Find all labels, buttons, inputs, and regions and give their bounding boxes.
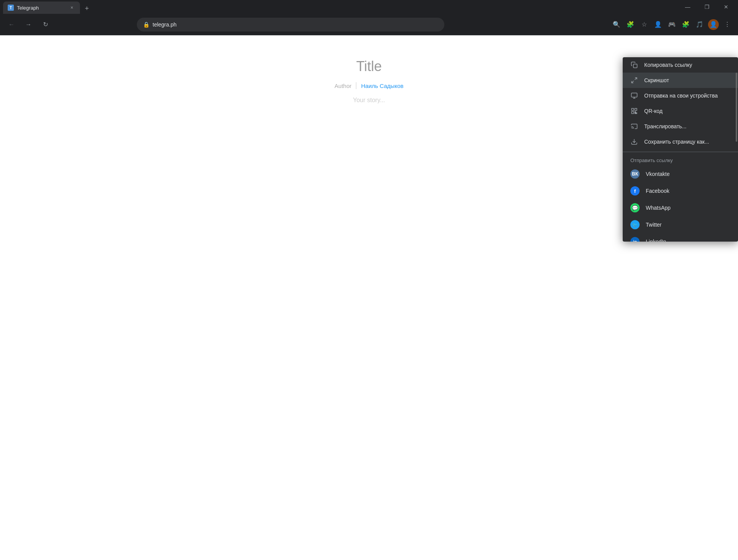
title-bar: T Telegraph × + — ❐ ✕ (0, 0, 738, 14)
menu-item-linkedin[interactable]: in LinkedIn (623, 233, 738, 242)
send-device-icon (630, 92, 638, 99)
menu-item-copy-link[interactable]: Копировать ссылку (623, 57, 738, 73)
send-link-section-label: Отправить ссылку (623, 154, 738, 166)
svg-rect-3 (632, 93, 637, 97)
facebook-label: Facebook (646, 188, 669, 194)
save-icon (630, 138, 638, 146)
facebook-icon: f (630, 186, 640, 196)
refresh-button[interactable]: ↻ (38, 18, 52, 31)
vkontakte-1-label: Vkontakte (646, 171, 670, 177)
qr-icon (630, 107, 638, 115)
story-placeholder: Your story... (353, 97, 385, 104)
screenshot-icon (630, 76, 638, 84)
save-label: Сохранить страницу как... (644, 139, 709, 145)
maximize-button[interactable]: ❐ (698, 0, 716, 14)
menu-item-cast[interactable]: Транслировать... (623, 119, 738, 134)
menu-item-save[interactable]: Сохранить страницу как... (623, 134, 738, 149)
svg-line-2 (632, 81, 633, 83)
svg-rect-6 (632, 108, 633, 110)
page-content: Title Author Наиль Садыков Your story...… (0, 35, 738, 560)
search-button[interactable]: 🔍 (610, 18, 623, 31)
menu-button[interactable]: ⋮ (721, 18, 733, 31)
svg-rect-7 (635, 108, 637, 110)
twitter-label: Twitter (646, 222, 662, 228)
menu-item-vkontakte-1[interactable]: ВК Vkontakte (623, 166, 738, 182)
address-bar[interactable]: 🔒 telegra.ph (137, 18, 444, 31)
linkedin-label: LinkedIn (646, 239, 666, 242)
article-title: Title (356, 58, 382, 75)
menu-item-qr[interactable]: QR-код (623, 103, 738, 119)
cast-icon (630, 123, 638, 130)
send-device-label: Отправка на свои устройства (644, 93, 718, 99)
menu-item-send-device[interactable]: Отправка на свои устройства (623, 88, 738, 103)
close-button[interactable]: ✕ (717, 0, 735, 14)
profile-icon-1[interactable]: 👤 (652, 18, 664, 31)
scrollbar[interactable] (736, 73, 737, 142)
new-tab-button[interactable]: + (81, 3, 92, 14)
profile-avatar[interactable]: 👤 (707, 18, 720, 31)
svg-rect-0 (633, 64, 637, 68)
svg-rect-8 (632, 112, 633, 114)
svg-rect-11 (635, 113, 636, 114)
author-divider (356, 82, 356, 89)
menu-item-screenshot[interactable]: Скриншот (623, 73, 738, 88)
back-button[interactable]: ← (5, 18, 18, 31)
profile-picture: 👤 (708, 19, 719, 30)
lock-icon: 🔒 (143, 22, 150, 28)
toolbar-icons: 🔍 🧩 ☆ 👤 🎮 🧩 🎵 👤 ⋮ (610, 18, 733, 31)
browser-window: T Telegraph × + — ❐ ✕ ← → ↻ (0, 0, 738, 560)
screenshot-label: Скриншот (644, 77, 669, 83)
copy-link-icon (630, 61, 638, 69)
twitter-icon: 🐦 (630, 220, 640, 229)
author-row: Author Наиль Садыков (334, 82, 403, 89)
svg-line-1 (635, 78, 637, 80)
menu-divider (623, 152, 738, 152)
cast-label: Транслировать... (644, 123, 686, 129)
forward-button[interactable]: → (22, 18, 35, 31)
vk-icon-1: ВК (630, 169, 640, 179)
url-text: telegra.ph (153, 22, 438, 28)
tab-favicon: T (8, 5, 14, 11)
menu-item-twitter[interactable]: 🐦 Twitter (623, 216, 738, 233)
extensions-button[interactable]: 🧩 (624, 18, 637, 31)
menu-item-facebook[interactable]: f Facebook (623, 182, 738, 199)
author-link[interactable]: Наиль Садыков (361, 83, 403, 89)
window-controls: — ❐ ✕ (679, 0, 735, 14)
svg-rect-9 (635, 112, 636, 113)
toolbar: ← → ↻ 🔒 telegra.ph 🔍 🧩 ☆ 👤 🎮 🧩 🎵 👤 ⋮ (0, 14, 738, 35)
minimize-button[interactable]: — (679, 0, 696, 14)
extension-icon-3[interactable]: 🎵 (693, 18, 706, 31)
svg-rect-10 (636, 113, 637, 114)
dropdown-menu: Копировать ссылку Скриншот (623, 57, 738, 242)
author-label: Author (334, 83, 351, 89)
linkedin-icon: in (630, 237, 640, 242)
whatsapp-icon: 💬 (630, 203, 640, 212)
copy-link-label: Копировать ссылку (644, 62, 692, 68)
extension-icon-1[interactable]: 🎮 (666, 18, 678, 31)
tab-close-button[interactable]: × (68, 4, 75, 11)
extension-icon-2[interactable]: 🧩 (680, 18, 692, 31)
whatsapp-label: WhatsApp (646, 205, 671, 211)
tab-bar: T Telegraph × + (3, 0, 679, 14)
active-tab[interactable]: T Telegraph × (3, 2, 80, 14)
qr-label: QR-код (644, 108, 663, 114)
menu-item-whatsapp[interactable]: 💬 WhatsApp (623, 199, 738, 216)
tab-title: Telegraph (17, 5, 65, 11)
bookmark-button[interactable]: ☆ (638, 18, 650, 31)
